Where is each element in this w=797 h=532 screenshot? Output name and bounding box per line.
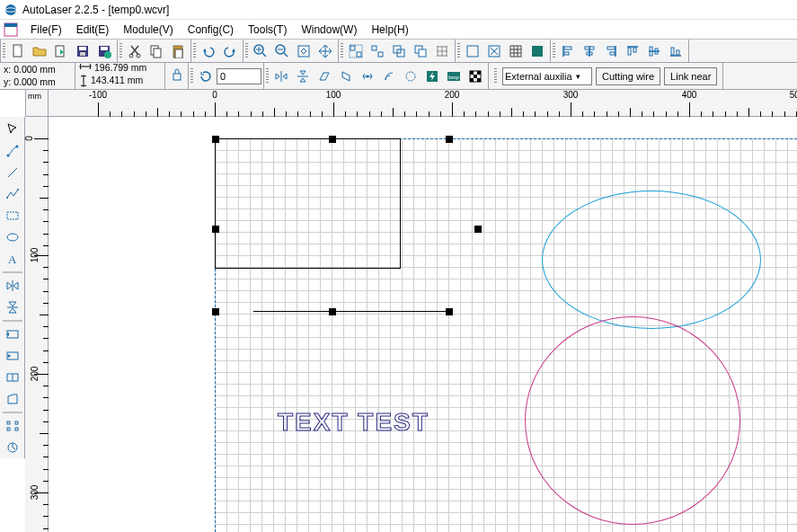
solidfill-button[interactable] — [527, 41, 548, 61]
lightning-button[interactable] — [421, 66, 443, 86]
import-button[interactable] — [50, 41, 72, 61]
zoom-out-button[interactable] — [271, 41, 293, 61]
menu-tools[interactable]: Tools(T) — [241, 22, 294, 38]
array-button[interactable] — [357, 66, 378, 86]
selection-handle[interactable] — [329, 136, 336, 143]
saveas-button[interactable] — [93, 41, 115, 61]
rotate-input[interactable] — [217, 68, 261, 84]
bevel-tool[interactable] — [3, 388, 22, 410]
svg-point-59 — [15, 146, 18, 148]
line-tool[interactable] — [3, 162, 22, 183]
drawing-ellipse-blue[interactable] — [542, 191, 761, 329]
selection-handle[interactable] — [329, 308, 336, 315]
svg-rect-24 — [372, 46, 376, 50]
lead-out-tool[interactable] — [3, 345, 22, 367]
mirror-v-button[interactable] — [292, 66, 314, 86]
undo-button[interactable] — [198, 41, 219, 61]
bmp-button[interactable]: bmp — [443, 66, 465, 86]
paste-button[interactable] — [167, 41, 189, 61]
canvas[interactable]: TEXT TEST — [49, 117, 797, 532]
menu-window[interactable]: Window(W) — [294, 22, 364, 38]
svg-rect-21 — [350, 46, 355, 50]
polyline-tool[interactable] — [3, 183, 22, 205]
pan-button[interactable] — [314, 41, 336, 61]
rect-tool[interactable] — [3, 205, 22, 226]
break-button[interactable] — [410, 41, 431, 61]
align-left-button[interactable] — [557, 41, 579, 61]
selection-handle[interactable] — [474, 226, 482, 233]
offset-button[interactable] — [378, 66, 400, 86]
cutting-wire-button[interactable]: Cutting wire — [596, 67, 660, 85]
aux-dropdown[interactable]: External auxilia — [502, 67, 592, 85]
selection-handle[interactable] — [212, 136, 219, 143]
select-tool[interactable] — [3, 119, 22, 140]
selection-handle[interactable] — [212, 226, 219, 233]
ellipse-tool[interactable] — [3, 226, 22, 248]
align-right-button[interactable] — [600, 41, 622, 61]
svg-rect-72 — [15, 428, 18, 430]
selection-handle[interactable] — [446, 308, 453, 315]
zoom-fit-button[interactable] — [293, 41, 314, 61]
menu-config[interactable]: Config(C) — [181, 22, 241, 38]
toolbar-main — [0, 40, 797, 63]
ruler-v-label: 0 — [24, 136, 34, 141]
selection-handle[interactable] — [446, 136, 453, 143]
grip-icon — [3, 43, 5, 59]
grid-button[interactable] — [505, 41, 527, 61]
mirror-v-tool[interactable] — [3, 297, 22, 318]
y-value: 0.000 mm — [13, 76, 56, 89]
rotate-button[interactable] — [195, 66, 217, 86]
ruler-h-label: -100 — [89, 90, 107, 100]
fill-button[interactable] — [483, 41, 505, 61]
group-button[interactable] — [345, 41, 367, 61]
new-file-button[interactable] — [7, 41, 29, 61]
mirror-h-tool[interactable] — [3, 275, 22, 297]
ungroup-button[interactable] — [367, 41, 388, 61]
align-center-h-button[interactable] — [579, 41, 600, 61]
drawing-text[interactable]: TEXT TEST — [278, 408, 429, 437]
lock-aspect-icon[interactable] — [171, 66, 183, 86]
svg-rect-15 — [154, 49, 161, 58]
zoom-in-button[interactable] — [250, 41, 271, 61]
mirror-h-button[interactable] — [270, 66, 292, 86]
svg-rect-54 — [477, 71, 481, 75]
skew-v-button[interactable] — [335, 66, 357, 86]
svg-rect-57 — [477, 78, 481, 82]
copy-button[interactable] — [146, 41, 167, 61]
align-bottom-button[interactable] — [665, 41, 686, 61]
svg-rect-40 — [628, 48, 631, 55]
drawing-rectangle[interactable] — [215, 138, 401, 269]
width-value: 196.799 mm — [94, 62, 146, 75]
redo-button[interactable] — [219, 41, 241, 61]
left-toolbar: A — [0, 117, 25, 458]
combine-button[interactable] — [388, 41, 410, 61]
text-tool[interactable]: A — [3, 248, 22, 270]
menu-edit[interactable]: Edit(E) — [69, 22, 117, 38]
menu-help[interactable]: Help(H) — [364, 22, 415, 38]
separator — [3, 412, 22, 413]
cut-button[interactable] — [124, 41, 146, 61]
menu-module[interactable]: Module(V) — [116, 22, 180, 38]
menu-file[interactable]: File(F) — [23, 22, 69, 38]
drawing-ellipse-pink[interactable] — [525, 316, 740, 525]
bridge-tool[interactable] — [3, 367, 22, 388]
save-button[interactable] — [72, 41, 93, 61]
link-near-button[interactable]: Link near — [664, 67, 717, 85]
rotate-tool[interactable] — [3, 437, 22, 458]
svg-rect-20 — [298, 46, 309, 57]
align-top-button[interactable] — [622, 41, 643, 61]
checker-button[interactable] — [465, 66, 486, 86]
ruler-h-label: 0 — [212, 90, 217, 100]
align-grid-button[interactable] — [431, 41, 453, 61]
title-bar: AutoLaser 2.2.5 - [temp0.wcvr] — [0, 0, 797, 20]
skew-h-button[interactable] — [314, 66, 335, 86]
circle-tool-button[interactable] — [400, 66, 421, 86]
outline-button[interactable] — [462, 41, 483, 61]
open-file-button[interactable] — [29, 41, 50, 61]
drawing-line[interactable] — [253, 311, 447, 312]
node-edit-tool[interactable] — [3, 140, 22, 162]
distribute-tool[interactable] — [3, 415, 22, 437]
align-middle-button[interactable] — [643, 41, 665, 61]
lead-in-tool[interactable] — [3, 324, 22, 345]
selection-handle[interactable] — [212, 308, 219, 315]
